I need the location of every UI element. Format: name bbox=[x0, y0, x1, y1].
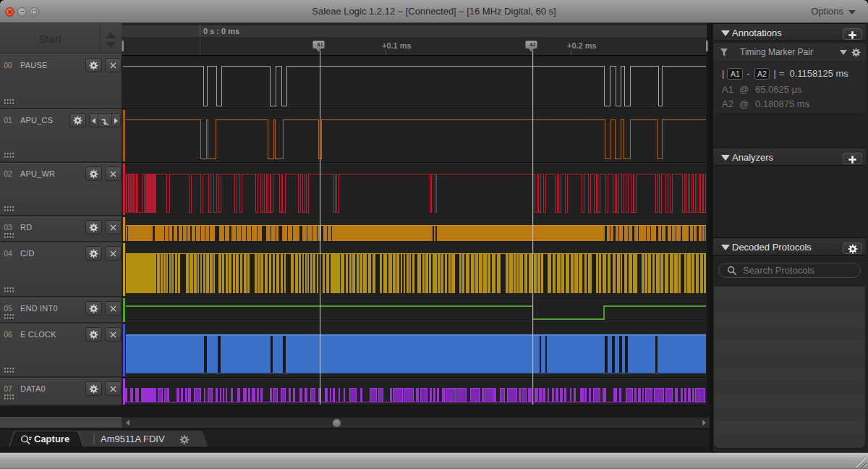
svg-text:A2: A2 bbox=[529, 42, 536, 47]
svg-text:0 s : 0 ms: 0 s : 0 ms bbox=[203, 27, 239, 35]
svg-text:+0.2 ms: +0.2 ms bbox=[567, 41, 597, 50]
svg-text:+0.1 ms: +0.1 ms bbox=[382, 41, 412, 50]
svg-text:A1: A1 bbox=[317, 42, 323, 47]
